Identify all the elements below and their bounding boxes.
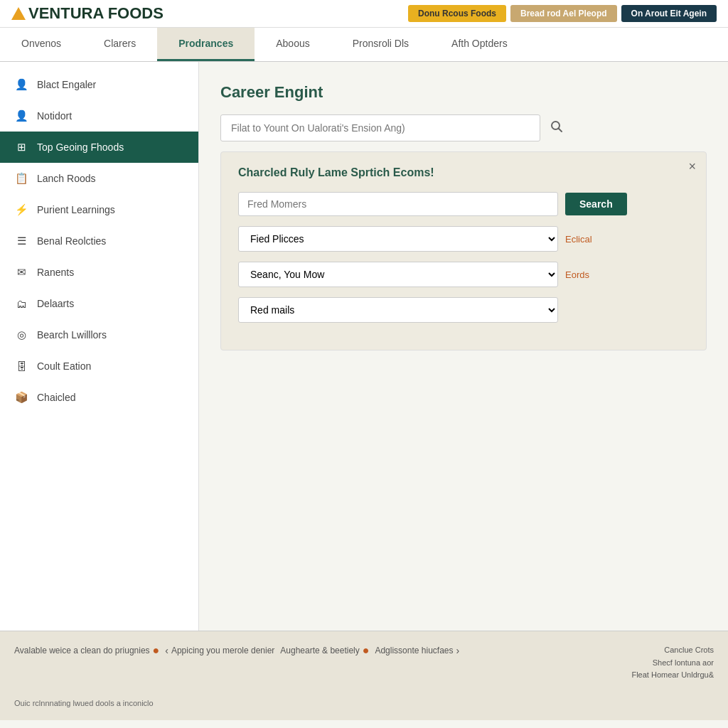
- sidebar-item-label: Blact Engaler: [37, 79, 96, 90]
- main-search-icon-button[interactable]: [545, 114, 569, 141]
- person-icon-2: 👤: [14, 109, 28, 123]
- sidebar-item-label: Benal Reolcties: [37, 235, 106, 247]
- sidebar-item-label: Delaarts: [37, 298, 74, 309]
- sidebar-item-label: Chaicled: [37, 392, 75, 403]
- filter-link-2[interactable]: Eords: [565, 269, 589, 280]
- header-btn-2[interactable]: Bread rod Ael Pleopd: [510, 5, 617, 22]
- sidebar: 👤 Blact Engaler 👤 Notidort ⊞ Top Geoing …: [0, 62, 199, 631]
- filter-panel: Charcled Ruly Lame Sprtich Ecoms! × Sear…: [220, 151, 707, 350]
- nav-tabs: Onvenos Clarers Prodrances Aboous Pronsr…: [0, 28, 728, 62]
- header: VENTURA FOODS Donu Rcous Foods Bread rod…: [0, 0, 728, 28]
- sidebar-item-label: Notidort: [37, 110, 72, 122]
- filter-dropdown3-row: Red mails: [238, 297, 689, 323]
- box-icon: 📦: [14, 390, 28, 405]
- footer-nav: Avalable weice a clean do priugnies ● ‹ …: [14, 644, 617, 657]
- filter-dropdown2-row: Seanc, You Mow Eords: [238, 262, 689, 287]
- sidebar-item-label: Top Geoing Fhoods: [37, 141, 124, 153]
- footer-nav-item-3: Aughearte & beetiely ●: [280, 644, 369, 657]
- sidebar-item-label: Purient Learnings: [37, 204, 115, 215]
- tab-prodrances[interactable]: Prodrances: [157, 28, 255, 61]
- sidebar-item-ranents[interactable]: ✉ Ranents: [0, 257, 198, 288]
- sidebar-item-label: Lanch Roods: [37, 173, 96, 184]
- logo-icon: [11, 7, 26, 20]
- tab-aboous[interactable]: Aboous: [255, 28, 331, 61]
- svg-line-1: [559, 129, 562, 132]
- tab-pronsroli[interactable]: Pronsroli Dls: [331, 28, 430, 61]
- sidebar-item-coult[interactable]: 🗄 Coult Eation: [0, 350, 198, 382]
- filter-dropdown1-row: Fied Plicces Eclical: [238, 226, 689, 252]
- sidebar-item-blact[interactable]: 👤 Blact Engaler: [0, 69, 198, 100]
- close-button[interactable]: ×: [688, 159, 696, 174]
- page-title: Career Engint: [220, 83, 707, 102]
- footer-arrow-right-icon: ›: [456, 645, 460, 656]
- footer-nav-item-2: ‹ Appicing you merole denier: [165, 645, 274, 656]
- sidebar-item-benal[interactable]: ☰ Benal Reolcties: [0, 225, 198, 257]
- header-btn-3[interactable]: On Arout Eit Agein: [621, 5, 717, 22]
- search-bar-row: [220, 114, 707, 141]
- sidebar-item-purient[interactable]: ⚡ Purient Learnings: [0, 194, 198, 225]
- target-icon: ◎: [14, 328, 28, 342]
- person-icon: 👤: [14, 77, 28, 92]
- server-icon: 🗄: [14, 359, 28, 373]
- filter-dropdown3[interactable]: Red mails: [238, 297, 558, 323]
- sidebar-item-label: Ranents: [37, 267, 74, 278]
- tab-afth[interactable]: Afth Optders: [430, 28, 529, 61]
- filter-dropdown2[interactable]: Seanc, You Mow: [238, 262, 558, 287]
- sidebar-item-lanch[interactable]: 📋 Lanch Roods: [0, 163, 198, 194]
- list-icon: ☰: [14, 234, 28, 248]
- footer-dot-icon-1: ●: [153, 644, 160, 657]
- filter-link-1[interactable]: Eclical: [565, 234, 592, 245]
- lightning-icon: ⚡: [14, 203, 28, 217]
- tab-clarers[interactable]: Clarers: [82, 28, 157, 61]
- footer: Avalable weice a clean do priugnies ● ‹ …: [0, 631, 728, 720]
- main-search-input[interactable]: [220, 114, 540, 141]
- sidebar-item-top[interactable]: ⊞ Top Geoing Fhoods: [0, 132, 198, 163]
- footer-right: Canclue Crots Shecf lontuna aor Fleat Ho…: [631, 644, 714, 682]
- clipboard-icon: 📋: [14, 171, 28, 186]
- footer-bottom-text: Ouic rclnnnating lwued dools a inconiclo: [14, 699, 714, 707]
- filter-dropdown1[interactable]: Fied Plicces: [238, 226, 558, 252]
- sidebar-item-bearch[interactable]: ◎ Bearch Lwilllors: [0, 319, 198, 350]
- filter-name-input[interactable]: [238, 192, 558, 216]
- grid-icon: ⊞: [14, 140, 28, 154]
- filter-panel-title: Charcled Ruly Lame Sprtich Ecoms!: [238, 166, 689, 179]
- content-area: Career Engint Charcled Ruly Lame Sprtich…: [199, 62, 728, 631]
- sidebar-item-label: Coult Eation: [37, 360, 91, 372]
- mail-icon: ✉: [14, 265, 28, 279]
- footer-dot-icon-2: ●: [363, 644, 370, 657]
- sidebar-item-notidort[interactable]: 👤 Notidort: [0, 100, 198, 132]
- main-layout: 👤 Blact Engaler 👤 Notidort ⊞ Top Geoing …: [0, 62, 728, 631]
- filter-name-row: Search: [238, 192, 689, 216]
- footer-nav-item-1: Avalable weice a clean do priugnies ●: [14, 644, 159, 657]
- logo: VENTURA FOODS: [11, 4, 164, 23]
- logo-text: VENTURA FOODS: [28, 4, 164, 23]
- sidebar-item-delaarts[interactable]: 🗂 Delaarts: [0, 288, 198, 319]
- folder-icon: 🗂: [14, 296, 28, 311]
- sidebar-item-chaicled[interactable]: 📦 Chaicled: [0, 382, 198, 413]
- tab-onvenos[interactable]: Onvenos: [0, 28, 82, 61]
- footer-arrow-left-icon: ‹: [165, 645, 168, 656]
- search-button[interactable]: Search: [565, 193, 627, 215]
- header-buttons: Donu Rcous Foods Bread rod Ael Pleopd On…: [408, 5, 717, 22]
- sidebar-item-label: Bearch Lwilllors: [37, 329, 107, 341]
- footer-nav-item-4: Adglissonte hiucfaes ›: [375, 645, 459, 656]
- search-icon: [550, 120, 563, 133]
- header-btn-1[interactable]: Donu Rcous Foods: [408, 5, 506, 22]
